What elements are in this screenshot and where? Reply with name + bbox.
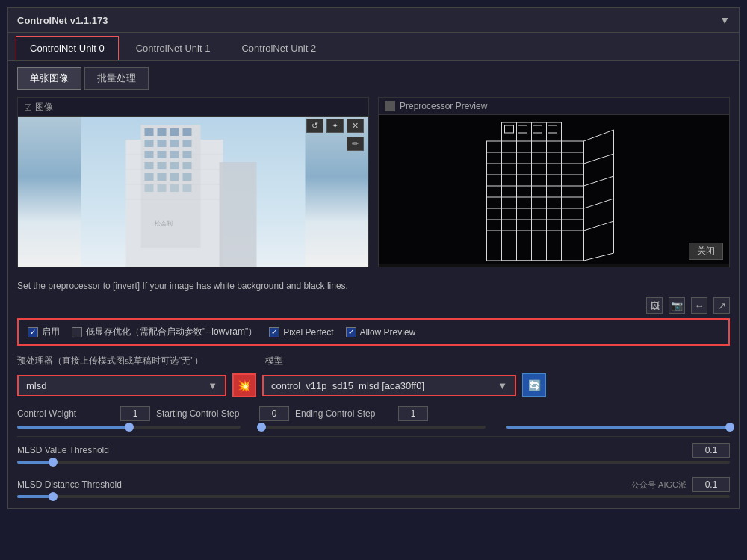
preprocessor-dropdown[interactable]: mlsd ▼ — [17, 375, 226, 396]
close-image-button[interactable]: ✕ — [347, 119, 364, 133]
svg-rect-17 — [170, 162, 179, 169]
model-dropdown[interactable]: control_v11p_sd15_mlsd [aca30ff0] ▼ — [262, 375, 516, 396]
preprocessor-section-label: 预处理器（直接上传模式图或草稿时可选"无"） 模型 — [8, 352, 739, 370]
preprocessor-dropdown-row: mlsd ▼ 💥 control_v11p_sd15_mlsd [aca30ff… — [8, 370, 739, 403]
mlsd-distance-input[interactable]: 0.1 — [692, 477, 730, 492]
svg-rect-20 — [158, 173, 167, 181]
mlsd-distance-label: MLSD Distance Threshold — [17, 479, 122, 490]
image-check-icon: ☑ — [24, 102, 32, 113]
draw-button[interactable]: ✏ — [347, 137, 364, 151]
reset-button[interactable]: ↺ — [306, 119, 323, 133]
svg-rect-46 — [505, 125, 514, 133]
starting-step-value[interactable]: 0 — [259, 406, 289, 421]
svg-rect-23 — [145, 184, 154, 192]
divider1 — [17, 436, 730, 437]
preview-image: 关闭 — [379, 115, 729, 264]
tab-unit1[interactable]: ControlNet Unit 1 — [122, 36, 225, 60]
svg-line-50 — [584, 130, 614, 141]
svg-rect-47 — [518, 125, 527, 133]
svg-rect-10 — [183, 140, 192, 147]
starting-step-label: Starting Control Step — [156, 408, 253, 419]
sliders-section: Control Weight 1 Starting Control Step 0… — [8, 403, 739, 436]
tab-unit0[interactable]: ControlNet Unit 0 — [16, 36, 119, 60]
lowvram-label: 低显存优化（需配合启动参数"--lowvram"） — [86, 326, 257, 338]
control-weight-value[interactable]: 1 — [120, 406, 150, 421]
footer-brand: 公众号·AIGC派 — [631, 479, 686, 491]
svg-rect-7 — [145, 140, 154, 147]
image-icon[interactable]: 🖼 — [646, 297, 663, 314]
model-refresh-button[interactable]: 🔄 — [522, 373, 546, 397]
model-dropdown-arrow: ▼ — [498, 380, 507, 391]
mlsd-distance-row: MLSD Distance Threshold 公众号·AIGC派 0.1 — [8, 474, 739, 492]
svg-rect-4 — [158, 128, 167, 136]
preview-panel-header: Preprocessor Preview — [379, 98, 729, 115]
control-weight-track[interactable] — [17, 426, 241, 429]
svg-rect-9 — [170, 140, 179, 147]
lowvram-checkbox[interactable]: 低显存优化（需配合启动参数"--lowvram"） — [72, 326, 257, 338]
action-icons-row: 🖼 📷 ↔ ↗ — [8, 297, 739, 318]
svg-rect-22 — [183, 173, 192, 181]
svg-line-56 — [584, 221, 614, 231]
svg-rect-18 — [183, 162, 192, 169]
svg-rect-21 — [170, 173, 179, 181]
checkbox-row: 启用 低显存优化（需配合启动参数"--lowvram"） Pixel Perfe… — [17, 318, 730, 346]
mlsd-value-input[interactable]: 0.1 — [692, 443, 730, 458]
preview-image-panel: Preprocessor Preview ⬇ — [378, 97, 730, 267]
allow-preview-checkbox[interactable]: Allow Preview — [346, 327, 416, 337]
svg-rect-24 — [158, 184, 167, 192]
svg-rect-49 — [548, 125, 557, 133]
mlsd-distance-track[interactable] — [17, 495, 730, 498]
preprocessor-dropdown-arrow: ▼ — [208, 380, 217, 391]
svg-line-55 — [584, 199, 614, 208]
preview-panel-label: Preprocessor Preview — [400, 101, 487, 111]
edit-button[interactable]: ✦ — [326, 119, 344, 133]
starting-step-track[interactable] — [261, 426, 485, 429]
tabs-row: ControlNet Unit 0 ControlNet Unit 1 Cont… — [8, 33, 739, 61]
pixel-perfect-cb-icon — [269, 327, 279, 337]
ending-step-value[interactable]: 1 — [398, 406, 428, 421]
svg-rect-8 — [158, 140, 167, 147]
svg-rect-48 — [533, 125, 542, 133]
svg-line-54 — [584, 176, 614, 186]
controlnet-panel: ControlNet v1.1.173 ▼ ControlNet Unit 0 … — [7, 7, 740, 509]
image-toolbar: ↺ ✦ ✕ — [306, 119, 364, 133]
enable-checkbox[interactable]: 启用 — [28, 326, 60, 338]
collapse-arrow[interactable]: ▼ — [719, 14, 730, 26]
preview-icon — [385, 101, 395, 111]
svg-line-53 — [584, 154, 614, 164]
swap-icon[interactable]: ↔ — [691, 297, 707, 314]
svg-rect-25 — [170, 184, 179, 192]
send-icon[interactable]: ↗ — [713, 297, 730, 314]
tab-unit2[interactable]: ControlNet Unit 2 — [227, 36, 330, 60]
enable-label: 启用 — [42, 326, 60, 338]
input-image: 松会制 — [18, 117, 368, 267]
control-weight-label: Control Weight — [17, 408, 114, 419]
svg-text:松会制: 松会制 — [155, 220, 173, 227]
pixel-perfect-checkbox[interactable]: Pixel Perfect — [269, 327, 333, 337]
svg-rect-26 — [183, 184, 192, 192]
pixel-perfect-label: Pixel Perfect — [283, 327, 333, 337]
camera-icon[interactable]: 📷 — [669, 297, 685, 314]
mlsd-value-label: MLSD Value Threshold — [17, 445, 109, 455]
image-panel-header: ☑ 图像 — [18, 98, 368, 117]
ending-step-label: Ending Control Step — [295, 408, 392, 419]
sub-tab-batch[interactable]: 批量处理 — [84, 67, 149, 90]
sub-tabs-row: 单张图像 批量处理 — [8, 61, 739, 90]
svg-rect-5 — [170, 128, 179, 136]
app-title: ControlNet v1.1.173 — [17, 15, 108, 26]
fire-button[interactable]: 💥 — [232, 373, 256, 397]
mlsd-value-track[interactable] — [17, 461, 730, 464]
close-preview-button[interactable]: 关闭 — [689, 243, 723, 260]
preprocessor-value: mlsd — [26, 380, 46, 391]
svg-line-51 — [584, 253, 614, 261]
svg-rect-15 — [145, 162, 154, 169]
allow-preview-cb-icon — [346, 327, 356, 337]
enable-cb-icon — [28, 327, 38, 337]
svg-rect-19 — [145, 173, 154, 181]
svg-rect-31 — [220, 162, 257, 267]
sliders-track-row — [17, 426, 730, 429]
lowvram-cb-icon — [72, 327, 82, 337]
sub-tab-single[interactable]: 单张图像 — [17, 67, 81, 90]
allow-preview-label: Allow Preview — [360, 327, 416, 337]
ending-step-track[interactable] — [506, 426, 730, 429]
